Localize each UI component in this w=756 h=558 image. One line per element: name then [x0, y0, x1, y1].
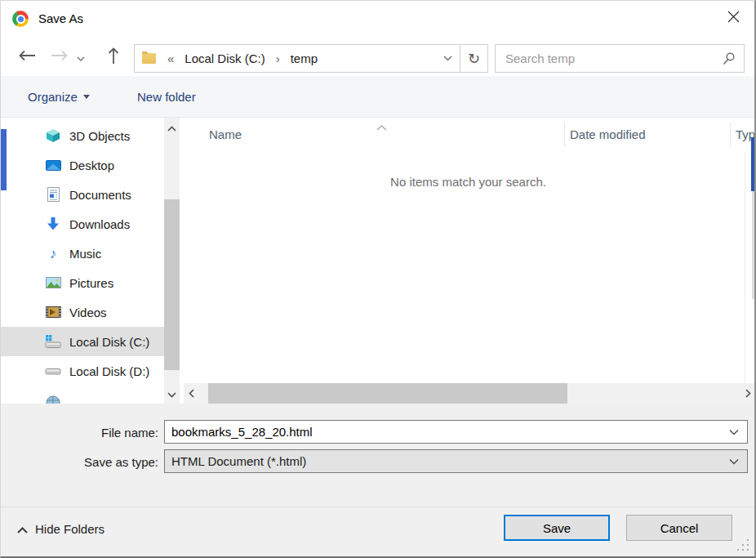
sidebar-scrollbar[interactable] — [164, 118, 180, 404]
refresh-icon: ↻ — [468, 50, 480, 68]
local-disk-d-icon — [45, 363, 61, 379]
column-header-date-modified[interactable]: Date modified — [570, 127, 646, 141]
bottom-pane: File name: Save as type: HTML Document (… — [1, 404, 754, 558]
scroll-right-icon[interactable] — [740, 383, 755, 404]
chevron-down-icon — [77, 50, 85, 65]
address-bar[interactable]: « Local Disk (C:) › temp — [134, 44, 460, 73]
background-window-sliver-right — [751, 137, 754, 191]
sidebar-item-downloads[interactable]: Downloads — [1, 209, 164, 239]
column-separator[interactable] — [730, 123, 731, 147]
sidebar-item-videos[interactable]: Videos — [1, 297, 164, 327]
file-list: Name Date modified Typ No items match yo… — [180, 118, 756, 404]
network-icon — [45, 392, 61, 404]
save-as-type-dropdown-icon — [729, 458, 739, 465]
file-name-combo — [164, 420, 748, 444]
command-toolbar: Organize New folder ? — [1, 76, 754, 118]
save-as-type-label: Save as type: — [1, 455, 158, 469]
save-as-type-select[interactable]: HTML Document (*.html) — [164, 449, 748, 473]
up-icon — [108, 47, 119, 68]
breadcrumb-separator-icon: › — [276, 51, 280, 65]
local-disk-c-icon — [45, 333, 61, 350]
search-box — [495, 44, 745, 73]
file-name-dropdown-icon[interactable] — [729, 429, 739, 435]
organize-label: Organize — [28, 90, 78, 104]
recent-locations-button[interactable] — [73, 38, 89, 76]
search-icon — [723, 52, 736, 65]
hide-folders-button[interactable]: Hide Folders — [17, 522, 105, 536]
footer-divider — [1, 507, 754, 507]
breadcrumb-local-disk-c[interactable]: Local Disk (C:) — [185, 51, 265, 65]
sidebar-item-documents[interactable]: Documents — [1, 180, 164, 209]
forward-button[interactable] — [47, 38, 73, 76]
breadcrumb-overflow-icon[interactable]: « — [167, 51, 174, 65]
column-header-name[interactable]: Name — [209, 127, 242, 141]
3d-objects-icon — [45, 127, 61, 144]
sidebar-scrollbar-thumb[interactable] — [164, 199, 180, 370]
background-window-sliver-left — [1, 129, 7, 190]
save-button[interactable]: Save — [504, 515, 610, 541]
organize-button[interactable]: Organize — [28, 90, 90, 104]
close-icon — [727, 11, 740, 26]
sidebar-item-local-disk-d[interactable]: Local Disk (D:) — [1, 356, 164, 386]
back-button[interactable] — [14, 38, 40, 76]
dialog-body: 3D Objects Desktop Documents Downloads — [1, 118, 754, 404]
background-window-sliver-right-gray — [752, 191, 754, 299]
horizontal-scrollbar[interactable] — [184, 383, 755, 404]
save-as-dialog: Save As — [0, 0, 756, 558]
sidebar-item-partial[interactable] — [1, 386, 164, 404]
horizontal-scrollbar-thumb[interactable] — [208, 383, 567, 404]
sort-ascending-icon — [376, 119, 387, 134]
refresh-button[interactable]: ↻ — [460, 44, 488, 73]
sidebar-item-pictures[interactable]: Pictures — [1, 268, 164, 297]
window-title: Save As — [38, 12, 83, 25]
videos-icon — [45, 304, 61, 320]
close-button[interactable] — [722, 7, 745, 29]
address-dropdown-button[interactable] — [443, 56, 452, 61]
scroll-left-icon[interactable] — [184, 383, 198, 404]
cancel-button[interactable]: Cancel — [626, 515, 732, 541]
title-bar: Save As — [1, 1, 754, 38]
file-name-input[interactable] — [165, 424, 729, 440]
navigation-bar: « Local Disk (C:) › temp ↻ — [1, 38, 754, 76]
new-folder-label: New folder — [137, 90, 196, 104]
organize-caret-icon — [83, 95, 90, 99]
breadcrumb-temp[interactable]: temp — [291, 51, 318, 65]
new-folder-button[interactable]: New folder — [137, 90, 196, 104]
forward-icon — [51, 50, 69, 65]
back-icon — [18, 50, 36, 65]
empty-results-message: No items match your search. — [180, 175, 756, 189]
hide-folders-label: Hide Folders — [35, 522, 105, 536]
sidebar-item-music[interactable]: ♪ Music — [1, 239, 164, 268]
music-icon: ♪ — [45, 245, 61, 261]
scroll-down-icon[interactable] — [164, 387, 180, 402]
sidebar-item-desktop[interactable]: Desktop — [1, 150, 164, 180]
up-button[interactable] — [100, 38, 127, 76]
chevron-up-icon — [17, 522, 28, 536]
pictures-icon — [45, 275, 61, 291]
navigation-pane: 3D Objects Desktop Documents Downloads — [1, 118, 164, 404]
chrome-icon — [12, 11, 29, 27]
folder-icon — [142, 53, 156, 64]
column-separator[interactable] — [564, 123, 565, 147]
documents-icon — [45, 186, 61, 203]
search-input[interactable] — [496, 51, 723, 66]
resize-grip[interactable] — [737, 539, 749, 555]
save-as-type-value: HTML Document (*.html) — [165, 454, 729, 468]
sidebar-item-local-disk-c[interactable]: Local Disk (C:) — [1, 327, 164, 356]
file-name-label: File name: — [1, 426, 158, 440]
scroll-up-icon[interactable] — [164, 121, 180, 136]
sidebar-item-3d-objects[interactable]: 3D Objects — [1, 121, 164, 150]
desktop-icon — [45, 157, 61, 173]
downloads-icon — [45, 216, 61, 232]
